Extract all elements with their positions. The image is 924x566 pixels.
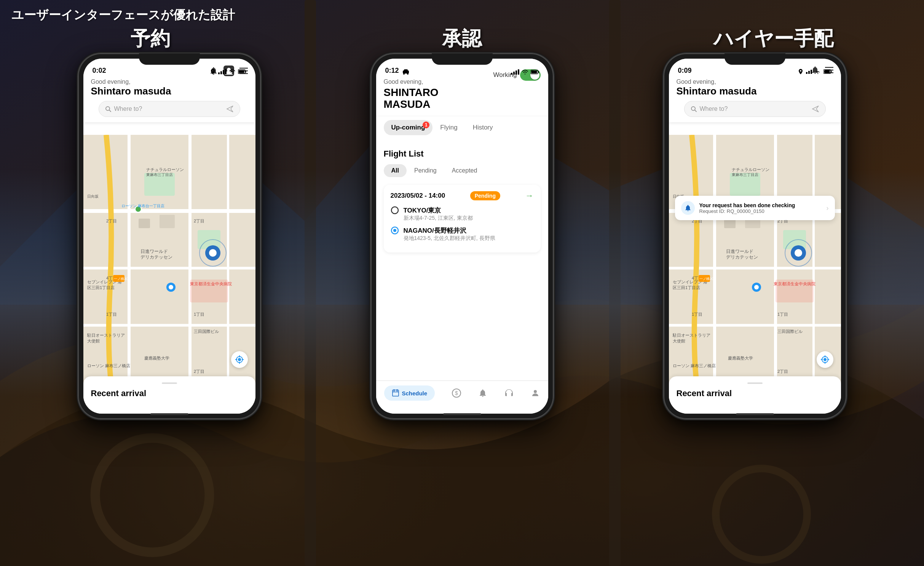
map-bottom-1: Recent arrival (83, 376, 255, 414)
svg-point-102 (754, 285, 759, 289)
search-placeholder-3: Where to? (700, 106, 728, 112)
search-icon-1 (105, 106, 111, 112)
svg-text:デリカテッセン: デリカテッセン (140, 254, 172, 260)
filter-accepted[interactable]: Accepted (444, 164, 485, 177)
svg-text:東麻布三丁目店: 東麻布三丁目店 (732, 173, 758, 177)
flight-card-header: 2023/05/02 - 14:00 Pending → (391, 191, 534, 201)
notification-card[interactable]: Your request has been done checking Requ… (675, 196, 835, 220)
search-bar-1[interactable]: Where to? (99, 101, 240, 117)
status-time-2: 0:12 (385, 67, 399, 75)
svg-text:1丁目: 1丁目 (106, 312, 117, 317)
notification-arrow: › (827, 204, 829, 212)
location-btn-3[interactable] (817, 351, 833, 368)
search-bar-3[interactable]: Where to? (684, 101, 826, 117)
filter-tabs: All Pending Accepted (384, 164, 541, 177)
svg-text:大使館: 大使館 (673, 339, 685, 343)
home-indicator-3 (736, 413, 774, 415)
car-icon-2 (402, 69, 410, 75)
tab-flying[interactable]: Flying (432, 120, 465, 135)
status-icons-3 (798, 69, 832, 75)
map-greeting-1: Good evening, (91, 78, 248, 85)
flight-list-title: Flight List (384, 149, 541, 159)
bottom-handle-1 (162, 382, 177, 384)
svg-rect-69 (531, 71, 537, 74)
svg-text:区三田1丁目店: 区三田1丁目店 (673, 285, 700, 290)
svg-rect-9 (238, 70, 244, 73)
svg-text:日進ワールド: 日進ワールド (726, 249, 753, 254)
svg-line-16 (109, 110, 111, 112)
svg-text:ローソン 麻布台一丁目店: ローソン 麻布台一丁目店 (121, 204, 164, 208)
svg-point-65 (403, 73, 405, 75)
home-indicator-2 (443, 413, 481, 415)
svg-rect-81 (824, 70, 830, 73)
origin-info: TOKYO/東京 新木場4-7-25, 江東区, 東京都 (404, 206, 473, 222)
phone-hire: 0:09 (664, 53, 846, 419)
recent-arrival-3: Recent arrival (677, 389, 833, 398)
signal-icon-2 (511, 69, 519, 75)
nav-profile[interactable] (531, 389, 540, 398)
map-name-3: Shintaro masuda (677, 85, 833, 97)
svg-text:日向坂: 日向坂 (87, 194, 99, 198)
svg-text:区三田1丁目店: 区三田1丁目店 (87, 285, 115, 290)
location-btn-1[interactable] (231, 351, 248, 368)
notification-title: Your request has been done checking (699, 202, 822, 208)
svg-text:一ノ橋JCT: 一ノ橋JCT (114, 277, 131, 281)
wifi-icon-2 (522, 69, 528, 75)
map-svg-1: ナチュラルローソン 東麻布三丁目店 日向坂 日進ワールド デリカテッセン セブン… (83, 135, 255, 401)
search-placeholder-1: Where to? (114, 106, 142, 112)
map-content-1: ナチュラルローソン 東麻布三丁目店 日向坂 日進ワールド デリカテッセン セブン… (83, 135, 255, 414)
svg-text:ナチュラルローソン: ナチュラルローソン (146, 167, 184, 172)
nav-support[interactable] (504, 389, 514, 398)
nav-earnings[interactable]: $ (452, 388, 461, 398)
svg-rect-64 (404, 69, 408, 72)
svg-rect-27 (160, 215, 175, 228)
status-time-1: 0:02 (93, 67, 106, 75)
wifi-icon-3 (814, 69, 821, 74)
send-icon-3 (812, 105, 819, 113)
dest-name: NAGANO/長野軽井沢 (404, 226, 495, 235)
svg-text:$: $ (455, 390, 458, 396)
svg-point-72 (393, 229, 396, 232)
origin-addr: 新木場4-7-25, 江東区, 東京都 (404, 215, 473, 222)
dest-addr: 発地1423-5, 北佐久郡軽井沢町, 長野県 (404, 235, 495, 242)
status-time-3: 0:09 (678, 67, 692, 75)
battery-icon-1 (238, 69, 246, 74)
map-name-1: Shintaro masuda (91, 85, 248, 97)
battery-icon-2 (531, 70, 539, 74)
map-content-3: ナチュラルローソン 東麻布三丁目店 日向坂 日進ワールド デリカテッセン セブン… (669, 135, 841, 414)
tab-history[interactable]: History (465, 120, 501, 135)
svg-point-32 (169, 285, 173, 289)
pilot-tabs: Up-coming 1 Flying History (376, 116, 548, 141)
phone-notch-3 (725, 53, 785, 65)
earnings-icon: $ (452, 388, 461, 398)
notif-bell (684, 204, 692, 212)
filter-pending[interactable]: Pending (407, 164, 444, 177)
location-icon-3 (798, 69, 804, 75)
bottom-handle-3 (747, 382, 763, 384)
status-icons-2 (511, 69, 539, 75)
notification-text: Your request has been done checking Requ… (699, 202, 822, 214)
tab-upcoming[interactable]: Up-coming 1 (384, 120, 433, 135)
svg-text:一ノ橋JCT: 一ノ橋JCT (699, 277, 716, 281)
svg-text:三田国際ビル: 三田国際ビル (194, 329, 219, 334)
svg-text:2丁目: 2丁目 (194, 369, 204, 374)
origin-name: TOKYO/東京 (404, 206, 473, 215)
phone-approval: 0:12 (371, 53, 554, 419)
nav-notifications[interactable] (478, 389, 487, 398)
svg-point-29 (209, 249, 217, 257)
svg-text:1丁目: 1丁目 (692, 312, 702, 317)
map-bottom-3: Recent arrival (669, 376, 841, 414)
notification-bell-icon (681, 201, 695, 215)
nav-bell-icon (478, 389, 487, 398)
wifi-icon-1 (229, 69, 236, 74)
map-svg-3: ナチュラルローソン 東麻布三丁目店 日向坂 日進ワールド デリカテッセン セブン… (669, 135, 841, 401)
svg-rect-80 (831, 71, 831, 73)
dest-info: NAGANO/長野軽井沢 発地1423-5, 北佐久郡軽井沢町, 長野県 (404, 226, 495, 242)
filter-all[interactable]: All (384, 164, 407, 177)
phone-screen-1: 0:02 (83, 59, 255, 414)
svg-text:2丁目: 2丁目 (777, 369, 788, 374)
nav-schedule[interactable]: Schedule (384, 385, 435, 401)
svg-line-86 (695, 110, 696, 112)
svg-text:三田国際ビル: 三田国際ビル (777, 329, 803, 334)
phone-booking: 0:02 (78, 53, 261, 419)
